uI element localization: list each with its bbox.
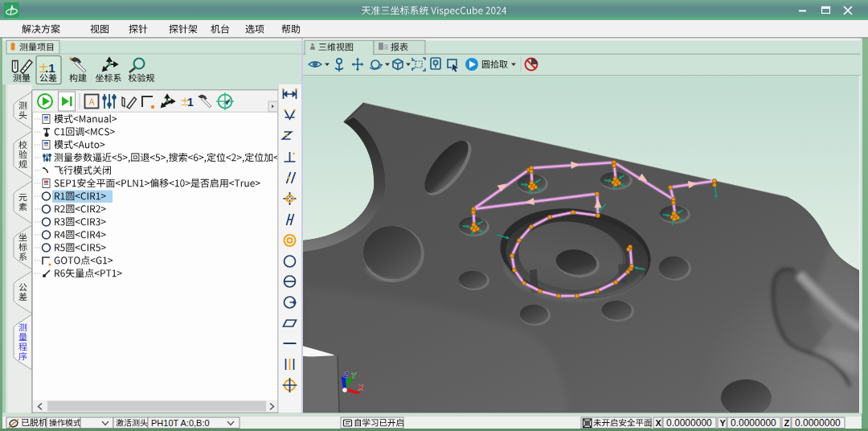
svg-text:.1: .1 <box>45 61 55 75</box>
svg-text:PH10T A:0,B:0: PH10T A:0,B:0 <box>151 418 210 428</box>
svg-text:X: X <box>656 418 662 428</box>
svg-text:0.0000000: 0.0000000 <box>795 417 841 429</box>
svg-text:Y: Y <box>720 418 727 428</box>
svg-text:Z: Z <box>784 418 790 428</box>
svg-text:0.0000000: 0.0000000 <box>666 417 712 429</box>
svg-text:0.0000000: 0.0000000 <box>731 417 776 429</box>
svg-text:Z: Z <box>343 371 349 379</box>
svg-text:1: 1 <box>187 96 194 109</box>
